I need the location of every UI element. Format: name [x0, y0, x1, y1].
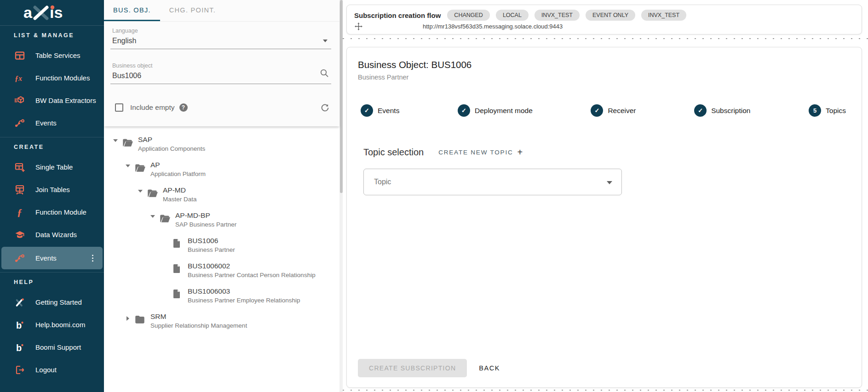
status-badge: LOCAL	[496, 10, 529, 21]
chevron-down-icon[interactable]	[323, 40, 328, 42]
help-icon[interactable]: ?	[179, 103, 188, 112]
step-receiver[interactable]: ✓ Receiver	[591, 104, 636, 117]
language-label: Language	[112, 28, 329, 34]
language-value: English	[112, 36, 329, 45]
sidebar-item-getting-started[interactable]: Getting Started	[0, 291, 104, 313]
tree-node-subtitle: Business Partner Employee Relationship	[188, 297, 300, 304]
function-modules-icon: ƒx	[14, 72, 26, 84]
language-select[interactable]: Language English	[110, 28, 331, 49]
scrollbar-thumb[interactable]	[340, 0, 343, 193]
status-badge: INVX_TEST	[535, 10, 580, 21]
step-deployment-mode[interactable]: ✓ Deployment mode	[458, 104, 533, 117]
step-subscription[interactable]: ✓ Subscription	[694, 104, 750, 117]
collapse-arrow-icon[interactable]	[110, 139, 121, 142]
brand-logo: a ıs	[0, 0, 104, 26]
sidebar-item-label: Function Modules	[35, 74, 90, 82]
tree-node-bus1006003[interactable]: BUS1006003Business Partner Employee Rela…	[104, 284, 339, 309]
tree-node-bus1006002[interactable]: BUS1006002Business Partner Contact Perso…	[104, 258, 339, 284]
step-check-icon: ✓	[591, 104, 603, 117]
step-label: Receiver	[608, 107, 636, 115]
svg-text:b: b	[16, 320, 22, 330]
collapse-arrow-icon[interactable]	[135, 190, 145, 193]
folder-open-icon	[121, 136, 133, 150]
sidebar-item-boomi-support[interactable]: b Boomi Support	[0, 336, 104, 358]
business-object-input[interactable]: Business object Bus1006	[110, 63, 331, 84]
step-number-icon: 5	[809, 104, 821, 117]
step-check-icon: ✓	[458, 104, 470, 117]
topic-dropdown-placeholder: Topic	[374, 178, 391, 186]
panel-scrollbar	[339, 0, 343, 392]
tab-bar: BUS. OBJ. CHG. POINT.	[104, 0, 339, 22]
business-object-value: Bus1006	[112, 71, 329, 80]
tree-node-ap-md[interactable]: AP-MDMaster Data	[104, 182, 339, 208]
back-button[interactable]: BACK	[479, 364, 500, 372]
step-label: Events	[378, 107, 399, 115]
sidebar-item-label: BW Data Extractors	[35, 97, 96, 104]
sidebar: a ıs LIST & MANAGE Table Services	[0, 0, 104, 392]
step-label: Subscription	[711, 107, 750, 115]
tree-node-ap[interactable]: APApplication Platform	[104, 157, 339, 182]
sidebar-item-label: Help.boomi.com	[35, 321, 85, 329]
tree-node-subtitle: Supplier Relationship Management	[150, 322, 247, 329]
include-empty-label: Include empty	[130, 103, 175, 112]
sidebar-item-single-table[interactable]: Single Table	[0, 156, 104, 178]
filter-header: BUS. OBJ. CHG. POINT. Language English B…	[104, 0, 339, 126]
sidebar-item-events[interactable]: Events	[0, 112, 104, 134]
business-object-label: Business object	[112, 63, 329, 69]
sidebar-item-label: Logout	[35, 366, 57, 374]
create-subscription-button[interactable]: CREATE SUBSCRIPTION	[358, 359, 467, 377]
sidebar-item-function-modules[interactable]: ƒx Function Modules	[0, 67, 104, 89]
step-topics[interactable]: 5 Topics	[809, 104, 846, 117]
sidebar-item-events-selected[interactable]: Events	[1, 247, 103, 269]
sidebar-item-join-tables[interactable]: Join Tables	[0, 178, 104, 201]
move-handle-icon[interactable]	[354, 22, 363, 31]
sidebar-item-help-boomi[interactable]: b Help.boomi.com	[0, 313, 104, 336]
search-icon[interactable]	[319, 68, 329, 80]
broker-url: http://mr138vsf563d35.messaging.solace.c…	[423, 23, 563, 30]
status-badge: INVX_TEST	[641, 10, 686, 21]
sidebar-item-bw-data-extractors[interactable]: BW Data Extractors	[0, 89, 104, 112]
include-empty-checkbox[interactable]	[115, 103, 123, 112]
subscription-flow-header-card: Subscription creation flow CHANGED LOCAL…	[346, 5, 862, 34]
tree-node-title: BUS1006003	[188, 287, 230, 295]
tree-node-subtitle: Business Partner	[188, 246, 235, 253]
tree-node-bus1006[interactable]: BUS1006Business Partner	[104, 233, 339, 258]
tree-node-srm[interactable]: SRMSupplier Relationship Management	[104, 309, 339, 334]
create-new-topic-label: CREATE NEW TOPIC	[438, 149, 513, 156]
sidebar-section-list-manage: LIST & MANAGE Table Services ƒx Function…	[0, 32, 104, 134]
tree-node-title: BUS1006	[188, 237, 218, 244]
tree-node-title: BUS1006002	[188, 262, 230, 270]
boomi-b-icon: b	[14, 319, 26, 331]
svg-text:b: b	[16, 343, 22, 353]
tree-node-subtitle: Business Partner Contact Person Relation…	[188, 272, 316, 278]
step-events[interactable]: ✓ Events	[361, 104, 399, 117]
step-label: Deployment mode	[475, 107, 533, 115]
refresh-icon[interactable]	[320, 102, 330, 113]
app-screen: a ıs LIST & MANAGE Table Services	[0, 0, 868, 392]
tree-node-ap-md-bp[interactable]: AP-MD-BPSAP Business Partner	[104, 208, 339, 233]
tree-node-sap[interactable]: SAPApplication Components	[104, 132, 339, 157]
collapse-arrow-icon[interactable]	[123, 165, 133, 167]
status-badge: EVENT ONLY	[586, 10, 635, 21]
sidebar-item-logout[interactable]: Logout	[0, 358, 104, 381]
tab-chg-point[interactable]: CHG. POINT.	[160, 0, 225, 21]
tree-node-title: AP-MD-BP	[175, 211, 210, 219]
topic-dropdown[interactable]: Topic	[363, 169, 622, 195]
wizard-stepper: ✓ Events ✓ Deployment mode ✓ Receiver ✓ …	[358, 104, 851, 117]
document-icon	[171, 263, 183, 276]
document-icon	[171, 288, 183, 301]
expand-arrow-icon[interactable]	[123, 316, 133, 321]
collapse-arrow-icon[interactable]	[148, 215, 158, 218]
section-label: CREATE	[14, 144, 90, 150]
tree-node-subtitle: Master Data	[163, 196, 197, 203]
more-options-icon[interactable]	[92, 255, 94, 262]
plus-icon: +	[517, 147, 523, 158]
sidebar-item-function-module[interactable]: ƒ Function Module	[0, 201, 104, 223]
sidebar-item-table-services[interactable]: Table Services	[0, 44, 104, 67]
sidebar-section-help: HELP Getting Started b Help.boomi.com	[0, 272, 104, 381]
tab-bus-obj[interactable]: BUS. OBJ.	[104, 0, 160, 21]
section-label: HELP	[14, 279, 90, 285]
sidebar-item-data-wizards[interactable]: Data Wizards	[0, 223, 104, 246]
function-module-icon: ƒ	[14, 206, 26, 218]
create-new-topic-button[interactable]: CREATE NEW TOPIC +	[438, 147, 523, 158]
